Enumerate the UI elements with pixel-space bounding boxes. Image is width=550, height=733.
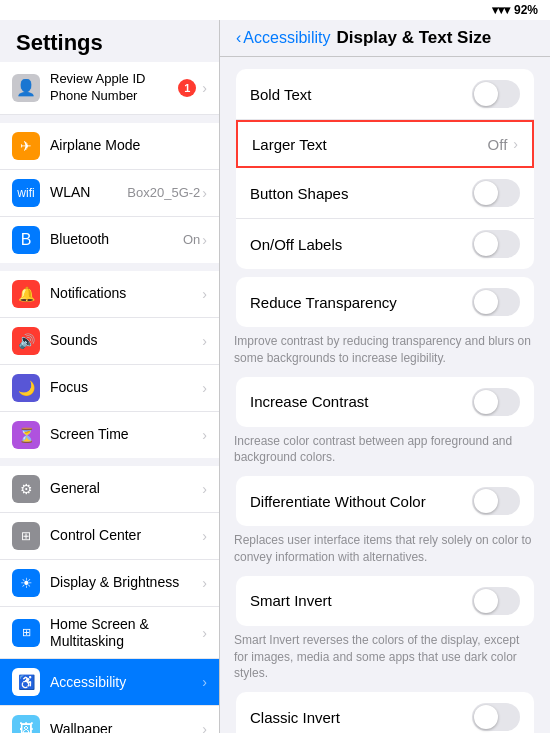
appleid-chevron: › bbox=[202, 80, 207, 96]
general-chevron: › bbox=[202, 481, 207, 497]
onoff-labels-toggle[interactable] bbox=[472, 230, 520, 258]
sidebar-label-bluetooth: Bluetooth bbox=[50, 231, 183, 248]
sidebar-item-wlan[interactable]: wifi WLAN Box20_5G-2 › bbox=[0, 170, 219, 217]
sidebar-label-displaybrightness: Display & Brightness bbox=[50, 574, 200, 591]
sounds-icon: 🔊 bbox=[12, 327, 40, 355]
sidebar-item-displaybrightness[interactable]: ☀ Display & Brightness › bbox=[0, 560, 219, 607]
sidebar-item-controlcenter[interactable]: ⊞ Control Center › bbox=[0, 513, 219, 560]
classic-invert-toggle[interactable] bbox=[472, 703, 520, 731]
classic-invert-group: Classic Invert bbox=[236, 692, 534, 733]
bluetooth-chevron: › bbox=[202, 232, 207, 248]
smart-invert-toggle[interactable] bbox=[472, 587, 520, 615]
increase-contrast-group: Increase Contrast bbox=[236, 377, 534, 427]
sidebar-label-airplane: Airplane Mode bbox=[50, 137, 207, 154]
controlcenter-icon: ⊞ bbox=[12, 522, 40, 550]
sidebar-item-notifications[interactable]: 🔔 Notifications › bbox=[0, 271, 219, 318]
notifications-icon: 🔔 bbox=[12, 280, 40, 308]
screentime-icon: ⏳ bbox=[12, 421, 40, 449]
right-content: Bold Text Larger Text Off › Button Shape… bbox=[220, 57, 550, 733]
status-icons: ▾▾▾ 92% bbox=[492, 3, 538, 17]
right-header: ‹ Accessibility Display & Text Size bbox=[220, 20, 550, 57]
smart-invert-desc: Smart Invert reverses the colors of the … bbox=[220, 628, 550, 692]
wlan-icon: wifi bbox=[12, 179, 40, 207]
sidebar-item-sounds[interactable]: 🔊 Sounds › bbox=[0, 318, 219, 365]
larger-text-highlighted: Larger Text Off › bbox=[236, 120, 534, 168]
general-icon: ⚙ bbox=[12, 475, 40, 503]
reduce-transparency-label: Reduce Transparency bbox=[250, 294, 472, 311]
smart-invert-row[interactable]: Smart Invert bbox=[236, 576, 534, 626]
sidebar-label-general: General bbox=[50, 480, 200, 497]
sidebar-item-bluetooth[interactable]: B Bluetooth On › bbox=[0, 217, 219, 263]
screentime-chevron: › bbox=[202, 427, 207, 443]
larger-text-value: Off bbox=[488, 136, 508, 153]
larger-text-row[interactable]: Larger Text Off › bbox=[238, 122, 532, 166]
sidebar-label-accessibility: Accessibility bbox=[50, 674, 200, 691]
sidebar: Settings 👤 Review Apple IDPhone Number 1… bbox=[0, 20, 220, 733]
bold-text-row[interactable]: Bold Text bbox=[236, 69, 534, 120]
sidebar-label-notifications: Notifications bbox=[50, 285, 200, 302]
homescreen-chevron: › bbox=[202, 625, 207, 641]
sidebar-item-wallpaper[interactable]: 🖼 Wallpaper › bbox=[0, 706, 219, 733]
sidebar-item-general[interactable]: ⚙ General › bbox=[0, 466, 219, 513]
bold-text-toggle[interactable] bbox=[472, 80, 520, 108]
differentiate-color-row[interactable]: Differentiate Without Color bbox=[236, 476, 534, 526]
text-group: Bold Text Larger Text Off › Button Shape… bbox=[236, 69, 534, 269]
classic-invert-row[interactable]: Classic Invert bbox=[236, 692, 534, 733]
differentiate-color-label: Differentiate Without Color bbox=[250, 493, 472, 510]
sidebar-title: Settings bbox=[0, 20, 219, 62]
sidebar-label-homescreen: Home Screen & Multitasking bbox=[50, 616, 200, 650]
sidebar-label-sounds: Sounds bbox=[50, 332, 200, 349]
homescreen-icon: ⊞ bbox=[12, 619, 40, 647]
bluetooth-icon: B bbox=[12, 226, 40, 254]
reduce-transparency-toggle[interactable] bbox=[472, 288, 520, 316]
differentiate-color-toggle[interactable] bbox=[472, 487, 520, 515]
sidebar-item-accessibility[interactable]: ♿ Accessibility › bbox=[0, 659, 219, 706]
onoff-labels-row[interactable]: On/Off Labels bbox=[236, 219, 534, 269]
increase-contrast-row[interactable]: Increase Contrast bbox=[236, 377, 534, 427]
classic-invert-knob bbox=[474, 705, 498, 729]
accessibility-chevron: › bbox=[202, 674, 207, 690]
sidebar-label-wallpaper: Wallpaper bbox=[50, 721, 200, 733]
increase-contrast-desc: Increase color contrast between app fore… bbox=[220, 429, 550, 477]
displaybrightness-icon: ☀ bbox=[12, 569, 40, 597]
larger-text-label: Larger Text bbox=[252, 136, 488, 153]
focus-icon: 🌙 bbox=[12, 374, 40, 402]
smart-invert-knob bbox=[474, 589, 498, 613]
differentiate-color-group: Differentiate Without Color bbox=[236, 476, 534, 526]
button-shapes-toggle[interactable] bbox=[472, 179, 520, 207]
differentiate-color-knob bbox=[474, 489, 498, 513]
sidebar-item-appleid[interactable]: 👤 Review Apple IDPhone Number 1 › bbox=[0, 62, 219, 115]
appleid-badge: 1 bbox=[178, 79, 196, 97]
wlan-chevron: › bbox=[202, 185, 207, 201]
reduce-transparency-row[interactable]: Reduce Transparency bbox=[236, 277, 534, 327]
button-shapes-row[interactable]: Button Shapes bbox=[236, 168, 534, 219]
increase-contrast-toggle[interactable] bbox=[472, 388, 520, 416]
appleid-label: Review Apple IDPhone Number bbox=[50, 71, 178, 105]
wallpaper-chevron: › bbox=[202, 721, 207, 733]
appleid-right: 1 › bbox=[178, 79, 207, 97]
back-chevron-icon: ‹ bbox=[236, 29, 241, 47]
increase-contrast-label: Increase Contrast bbox=[250, 393, 472, 410]
back-button[interactable]: ‹ Accessibility bbox=[236, 29, 330, 47]
sidebar-label-screentime: Screen Time bbox=[50, 426, 200, 443]
accessibility-icon: ♿ bbox=[12, 668, 40, 696]
notifications-chevron: › bbox=[202, 286, 207, 302]
back-label: Accessibility bbox=[243, 29, 330, 47]
bold-text-label: Bold Text bbox=[250, 86, 472, 103]
button-shapes-label: Button Shapes bbox=[250, 185, 472, 202]
sidebar-item-focus[interactable]: 🌙 Focus › bbox=[0, 365, 219, 412]
wifi-icon: ▾▾▾ bbox=[492, 3, 510, 17]
right-panel: ‹ Accessibility Display & Text Size Bold… bbox=[220, 20, 550, 733]
focus-chevron: › bbox=[202, 380, 207, 396]
sidebar-label-focus: Focus bbox=[50, 379, 200, 396]
button-shapes-knob bbox=[474, 181, 498, 205]
smart-invert-group: Smart Invert bbox=[236, 576, 534, 626]
sidebar-item-screentime[interactable]: ⏳ Screen Time › bbox=[0, 412, 219, 458]
displaybrightness-chevron: › bbox=[202, 575, 207, 591]
sidebar-item-homescreen[interactable]: ⊞ Home Screen & Multitasking › bbox=[0, 607, 219, 660]
onoff-labels-label: On/Off Labels bbox=[250, 236, 472, 253]
sidebar-item-airplane[interactable]: ✈ Airplane Mode bbox=[0, 123, 219, 170]
airplane-icon: ✈ bbox=[12, 132, 40, 160]
sidebar-label-wlan: WLAN bbox=[50, 184, 127, 201]
battery-icon: 92% bbox=[514, 3, 538, 17]
